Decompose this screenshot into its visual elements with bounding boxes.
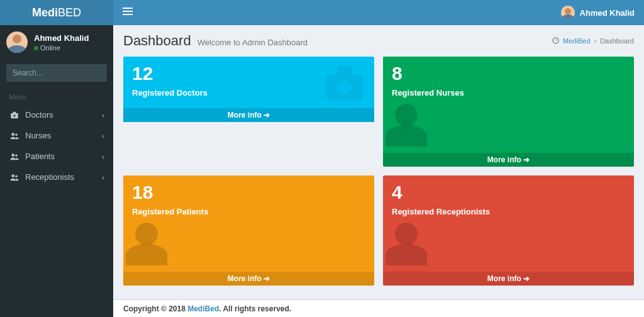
sidebar: Ahmed Khalid Online Menu Doctors ‹ Nurse… [0, 25, 113, 317]
content-area: Dashboard Welcome to Admin Dashboard Med… [113, 25, 644, 299]
person-icon [384, 100, 428, 147]
stat-card-patients: 18 Registered Patients More info ➜ [123, 175, 374, 286]
chevron-left-icon: ‹ [102, 132, 104, 140]
page-footer: Copyright © 2018 MediBed. All rights res… [113, 299, 644, 317]
medkit-icon [323, 59, 367, 108]
arrow-circle-right-icon: ➜ [264, 274, 270, 283]
sidebar-search [6, 64, 107, 82]
footer-brand-link[interactable]: MediBed [187, 304, 219, 313]
more-info-link[interactable]: More info ➜ [123, 272, 374, 286]
svg-point-7 [15, 133, 18, 136]
arrow-circle-right-icon: ➜ [264, 111, 270, 120]
users-icon [9, 131, 20, 140]
app-logo[interactable]: MediBED [0, 0, 113, 25]
stat-card-nurses: 8 Registered Nurses More info ➜ [383, 57, 634, 167]
users-icon [9, 152, 20, 161]
stat-count: 8 [392, 63, 625, 84]
chevron-left-icon: ‹ [102, 111, 104, 119]
sidebar-user-name: Ahmed Khalid [34, 33, 89, 43]
logo-bold: Medi [32, 6, 58, 19]
chevron-left-icon: ‹ [102, 153, 104, 160]
sidebar-item-nurses[interactable]: Nurses ‹ [0, 125, 113, 146]
breadcrumb-current: Dashboard [600, 37, 634, 45]
svg-point-8 [11, 153, 14, 157]
sidebar-item-label: Receptionists [25, 172, 102, 182]
chevron-left-icon: ‹ [102, 174, 104, 181]
stat-card-doctors: 12 Registered Doctors More info ➜ [123, 57, 374, 167]
users-icon [9, 173, 20, 182]
svg-point-9 [15, 154, 18, 157]
sidebar-user-panel: Ahmed Khalid Online [0, 25, 113, 59]
stat-count: 4 [392, 182, 625, 203]
svg-rect-14 [337, 66, 352, 75]
sidebar-item-doctors[interactable]: Doctors ‹ [0, 104, 113, 125]
more-info-link[interactable]: More info ➜ [383, 272, 634, 286]
stat-card-receptionists: 4 Registered Receptionists More info ➜ [383, 175, 634, 286]
person-icon [384, 219, 428, 265]
breadcrumb-root[interactable]: MediBed [563, 37, 590, 45]
sidebar-user-status: Online [34, 44, 89, 52]
svg-rect-16 [337, 85, 352, 91]
stat-count: 18 [132, 182, 365, 203]
sidebar-item-label: Patients [25, 152, 102, 161]
more-info-link[interactable]: More info ➜ [123, 108, 374, 122]
dashboard-icon [552, 37, 559, 45]
more-info-link[interactable]: More info ➜ [383, 153, 634, 167]
avatar-icon [561, 6, 575, 19]
stat-label: Registered Nurses [392, 88, 625, 97]
sidebar-item-label: Nurses [25, 131, 102, 140]
logo-light: BED [58, 6, 81, 19]
hamburger-icon [123, 6, 133, 17]
svg-point-6 [11, 133, 14, 136]
page-subtitle: Welcome to Admin Dashboard [197, 38, 308, 47]
sidebar-item-patients[interactable]: Patients ‹ [0, 146, 113, 167]
menu-header: Menu [0, 87, 113, 104]
header-user-name: Ahmed Khalid [580, 8, 635, 18]
status-dot-icon [34, 46, 38, 50]
svg-rect-3 [13, 111, 16, 113]
arrow-circle-right-icon: ➜ [523, 155, 530, 164]
stat-label: Registered Patients [132, 207, 365, 216]
arrow-circle-right-icon: ➜ [523, 274, 530, 283]
avatar-icon [6, 31, 28, 53]
header-user-menu[interactable]: Ahmed Khalid [561, 6, 635, 19]
svg-point-10 [11, 174, 14, 177]
svg-rect-5 [13, 115, 16, 116]
svg-point-11 [15, 175, 18, 177]
medkit-icon [9, 111, 20, 120]
page-title: Dashboard Welcome to Admin Dashboard [123, 33, 308, 49]
sidebar-item-label: Doctors [25, 110, 102, 120]
person-icon [125, 219, 169, 265]
breadcrumb: MediBed › Dashboard [552, 37, 634, 45]
stat-label: Registered Receptionists [392, 207, 625, 216]
search-input[interactable] [6, 64, 107, 82]
sidebar-toggle-button[interactable] [123, 6, 133, 19]
sidebar-item-receptionists[interactable]: Receptionists ‹ [0, 167, 113, 187]
